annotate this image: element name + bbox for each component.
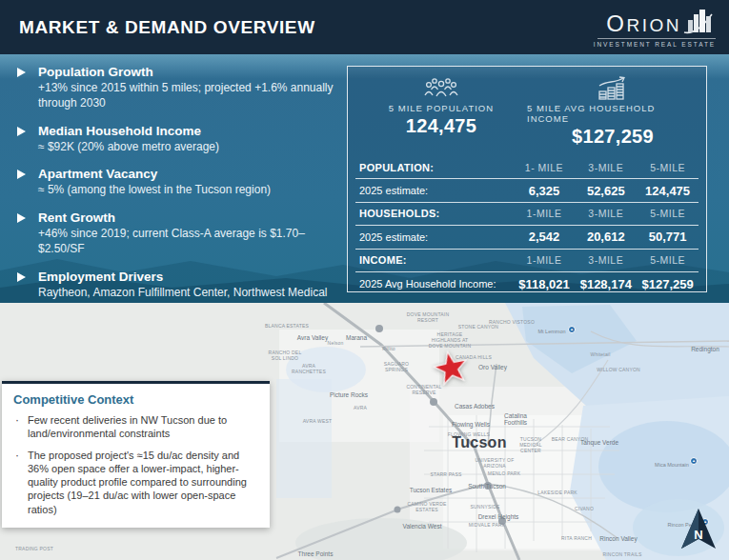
col-3mile: $128,174	[575, 277, 637, 291]
highlight-title: Median Household Income	[38, 124, 219, 138]
map-label: Three Points	[298, 550, 334, 557]
map-label: CONTINENTAL RESERVE	[402, 385, 446, 396]
highlight-item: Apartment Vacancy ≈ 5% (among the lowest…	[17, 167, 336, 198]
table-row: 2025 Avg Household Income: $118,021 $128…	[355, 272, 699, 295]
map-label: CAMINO VERDE ESTATES	[405, 502, 449, 513]
competitive-bullet: Few recent deliveries in NW Tucson due t…	[13, 413, 258, 441]
population-group-icon	[423, 76, 459, 99]
slide: MARKET & DEMAND OVERVIEW ORION INVESTMEN…	[0, 0, 729, 560]
table-row: POPULATION: 1- MILE 3-MILE 5-MILE	[355, 156, 699, 179]
col-5mile: 5-MILE	[637, 208, 699, 219]
triangle-bullet-icon	[17, 213, 26, 223]
competitive-context-title: Competitive Context	[13, 392, 258, 407]
map-label: Picture Rocks	[330, 391, 368, 398]
income-growth-icon	[597, 76, 629, 100]
map-label: MENLO PARK	[488, 470, 520, 476]
highlight-item: Population Growth +13% since 2015 within…	[17, 65, 336, 111]
map-label: RANCHO DEL SOL LINDO	[263, 350, 307, 362]
competitive-bullet: The proposed project's ≈15 du/ac density…	[13, 449, 258, 516]
map-label: MIDVALE PARK	[469, 522, 506, 528]
map-label: AVRA RANCHETTES	[287, 364, 331, 375]
map-label: SUNNYSIDE	[471, 504, 500, 510]
triangle-bullet-icon	[17, 170, 26, 179]
map-label: TUCSON MEDICAL CENTER	[509, 437, 553, 453]
compass-north-label: N	[694, 528, 702, 542]
competitive-context-box: Competitive Context Few recent deliverie…	[2, 381, 270, 528]
row-label: HOUSEHOLDS:	[355, 208, 514, 219]
map-label: RANCHO VISTOSO	[489, 319, 535, 325]
stats-row: 5 MILE POPULATION 124,475 5 MILE AVG HOU…	[355, 73, 699, 148]
highlight-title: Population Growth	[38, 65, 336, 79]
map-label: Catalina Foothills	[494, 412, 537, 427]
col-3mile: 3-MILE	[575, 208, 637, 219]
col-3mile: 20,612	[575, 230, 637, 244]
map-label: Rincon Valley	[599, 535, 637, 542]
highlight-body: ≈ 5% (among the lowest in the Tucson reg…	[38, 183, 271, 198]
stat-population-value: 124,475	[406, 115, 476, 137]
row-label: 2025 Avg Household Income:	[355, 278, 514, 290]
company-logo: ORION INVESTMENT REAL ESTATE	[586, 7, 716, 48]
highlight-title: Employment Drivers	[38, 270, 336, 284]
buildings-icon	[683, 7, 716, 35]
map-label: Marana	[346, 334, 367, 341]
site-marker-star-icon	[431, 348, 471, 388]
map-label: Whitetail	[591, 351, 611, 357]
demographics-panel: 5 MILE POPULATION 124,475 5 MILE AVG HOU…	[347, 66, 707, 292]
header-bar: MARKET & DEMAND OVERVIEW ORION INVESTMEN…	[0, 0, 729, 54]
highlight-body: +46% since 2019; current Class-A average…	[38, 227, 336, 257]
map-label: Mica Mountain	[650, 462, 694, 468]
col-3mile: 3-MILE	[575, 162, 637, 173]
row-label: 2025 estimate:	[355, 185, 514, 196]
map-label: Flowing Wells	[452, 421, 490, 428]
triangle-bullet-icon	[17, 127, 26, 136]
col-5mile: 50,771	[637, 230, 699, 244]
col-1mile: 6,325	[514, 184, 576, 198]
col-1mile: 1-MILE	[514, 208, 576, 219]
stat-income-value: $127,259	[572, 126, 654, 148]
map-label: CIVANO	[575, 506, 594, 511]
map-label: South Tucson	[468, 483, 506, 490]
stat-income-label: 5 MILE AVG HOUSEHOLD INCOME	[527, 103, 699, 124]
table-row: INCOME: 1-MILE 3-MILE 5-MILE	[355, 250, 699, 272]
map-label: Valencia West	[403, 523, 442, 530]
map-label: Rillito	[382, 346, 395, 351]
col-1mile: 1- MILE	[514, 162, 576, 173]
map-label: UNIVERSITY OF ARIZONA	[473, 458, 516, 470]
mountain-peak-icon	[690, 457, 698, 465]
row-label: 2025 estimate:	[355, 231, 514, 243]
map-label: Casas Adobes	[455, 403, 495, 410]
stat-income: 5 MILE AVG HOUSEHOLD INCOME $127,259	[527, 73, 699, 148]
market-overview-section: Population Growth +13% since 2015 within…	[0, 54, 729, 303]
col-5mile: $127,259	[637, 277, 699, 291]
highlight-item: Rent Growth +46% since 2019; current Cla…	[17, 210, 336, 257]
highlight-body: +13% since 2015 within 5 miles; projecte…	[38, 81, 336, 111]
logo-tagline: INVESTMENT REAL ESTATE	[594, 41, 716, 48]
highlight-item: Median Household Income ≈ $92K (20% abov…	[17, 124, 336, 155]
competitive-bullet-text: The proposed project's ≈15 du/ac density…	[28, 449, 258, 516]
map-label: Oro Valley	[478, 364, 507, 370]
map-label: SAGUARO SPRINGS	[375, 362, 418, 373]
stat-population-label: 5 MILE POPULATION	[389, 103, 494, 113]
col-3mile: 3-MILE	[575, 254, 637, 266]
map-label: STARR PASS	[431, 471, 462, 477]
col-3mile: 52,625	[575, 184, 637, 198]
page-title: MARKET & DEMAND OVERVIEW	[19, 17, 315, 38]
stat-population: 5 MILE POPULATION 124,475	[355, 73, 527, 148]
logo-wordmark: ORION	[606, 12, 681, 35]
row-label: POPULATION:	[355, 162, 514, 173]
north-compass: N	[678, 507, 719, 552]
col-1mile: 2,542	[514, 230, 576, 244]
col-5mile: 5-MILE	[637, 162, 699, 173]
map-label: LAKESIDE PARK	[537, 490, 577, 495]
row-label: INCOME:	[355, 254, 514, 266]
map-label: AVRA WEST	[303, 418, 333, 424]
triangle-bullet-icon	[17, 272, 26, 282]
map-label: RITA RANCH	[561, 535, 592, 541]
map-label: Redington	[691, 346, 719, 352]
highlight-body: ≈ $92K (20% above metro average)	[38, 140, 219, 155]
table-row: 2025 estimate: 2,542 20,612 50,771	[355, 226, 699, 249]
mountain-peak-icon	[568, 326, 576, 333]
col-5mile: 5-MILE	[637, 254, 699, 266]
tucson-area-map: BLANCA ESTATES Avra Valley Nelson Marana…	[0, 303, 729, 560]
map-label: TRADING POST	[15, 546, 53, 551]
